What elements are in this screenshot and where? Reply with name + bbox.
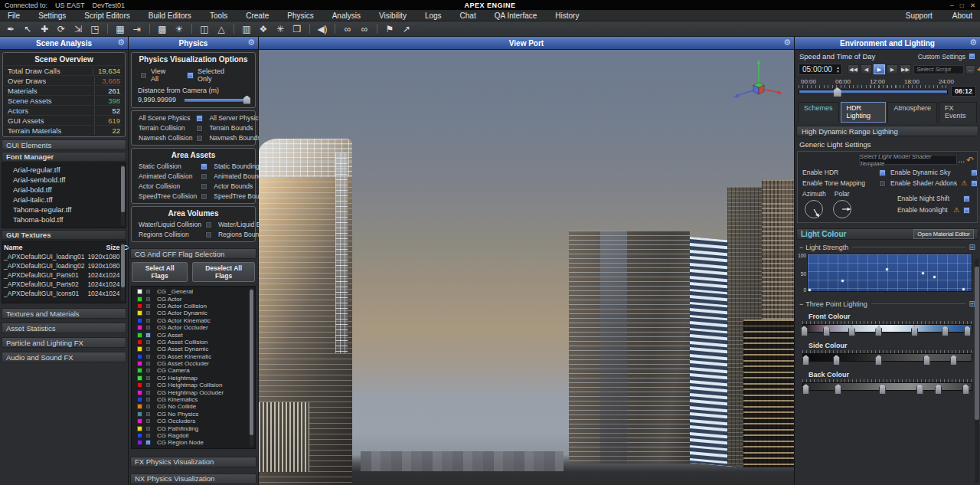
script-book-icon[interactable]: ❐ [289,23,305,35]
gradient-slider-bar[interactable] [802,382,972,391]
cg-flag-item[interactable]: CG Heightmap Occluder [132,388,255,395]
cg-flag-item[interactable]: CG Heightmap [132,375,255,382]
snap-grid-icon[interactable]: ▦ [112,23,129,35]
library-icon[interactable]: ▥ [238,23,255,35]
toggle-checkbox[interactable] [971,180,978,187]
menu-item-file[interactable]: File [8,11,20,20]
flag-checkbox[interactable] [145,303,151,309]
open-material-editor-button[interactable]: Open Material Editor [913,229,974,239]
cg-flag-item[interactable]: CG Camera [132,367,255,374]
menu-item-visibility[interactable]: Visibility [379,11,407,20]
cg-flag-item[interactable]: CG Asset Kinematic [132,353,255,360]
distance-slider-handle[interactable] [243,96,250,104]
flag-checkbox[interactable] [145,289,151,294]
flag-checkbox[interactable] [145,411,151,417]
font-list-item[interactable]: Arial-bold.tff [2,185,126,195]
flag-checkbox[interactable] [145,368,151,373]
flag-checkbox[interactable] [145,310,151,316]
section-fx-physics-visualization[interactable]: FX Physics Visualization [130,457,256,467]
hdr-section-bar[interactable]: High Dynamic Range Ligthing [796,126,978,136]
time-slider-handle[interactable] [834,87,841,97]
flag-checkbox[interactable] [145,404,151,409]
shader-browse-button[interactable]: ... [959,156,965,164]
select-script-dropdown[interactable]: Select Script [913,65,964,74]
cg-flag-item[interactable]: CG Actor Dynamic [132,310,255,316]
section-gui-elements[interactable]: GUI Elements [2,139,126,150]
flag-checkbox[interactable] [145,333,151,338]
toggle-checkbox[interactable] [205,221,212,228]
audio-icon[interactable]: ◀) [314,23,331,35]
shader-undo-icon[interactable]: ↶ [966,156,974,164]
walk-flag-icon[interactable]: ⚑ [381,23,398,35]
font-list-item[interactable]: Arial-italic.tff [2,195,126,205]
deselect-all-flags-button[interactable]: Deselect All Flags [192,262,255,282]
light-strength-header[interactable]: − Light Strength ⊞ [795,240,980,253]
flag-checkbox[interactable] [145,375,151,381]
three-point-lighting-header[interactable]: − Three Point Lighting ⊞ [795,292,980,310]
light-strength-graph[interactable]: 100500 [807,254,972,292]
unlink-icon[interactable]: ∞ [356,23,373,35]
flag-checkbox[interactable] [145,426,151,431]
gear-icon[interactable]: ⚙ [969,38,977,48]
flag-checkbox[interactable] [145,440,151,445]
toggle-checkbox[interactable] [205,231,212,238]
cg-flag-item[interactable]: CG Actor Collision [132,303,255,310]
walk-arrow-icon[interactable]: ↗ [398,23,415,35]
step-forward-button[interactable]: ▶ [887,64,898,74]
tab-schemes[interactable]: Schemes [798,102,839,123]
gear-icon[interactable]: ⚙ [117,38,125,48]
flag-checkbox[interactable] [145,418,151,424]
toggle-checkbox[interactable] [201,193,207,200]
gear-icon[interactable]: ⚙ [247,38,255,48]
fast-forward-button[interactable]: ▶▶ [900,64,911,74]
cg-flag-item[interactable]: CG Heightmap Collision [132,382,255,388]
toggle-checkbox[interactable] [196,115,203,122]
cg-flag-item[interactable]: CG No Collide [132,403,255,410]
menu-item-analysis[interactable]: Analysis [332,11,361,20]
section-cg-flags[interactable]: CG And CFF Flag Selection [130,248,256,259]
section-asset-statistics[interactable]: Asset Statistics [2,323,126,333]
menu-item-create[interactable]: Create [246,11,269,20]
cg-flag-item[interactable]: CG Ragdoll [132,432,255,439]
close-button[interactable]: ✕ [970,2,975,9]
flag-checkbox[interactable] [145,346,151,352]
package-icon[interactable]: ◫ [196,23,213,35]
flag-checkbox[interactable] [145,361,151,366]
view-all-checkbox[interactable] [140,72,147,79]
tab-hdr-lighting[interactable]: HDR Lighting [841,102,887,123]
cg-flag-item[interactable]: CG Actor Kinematic [132,317,255,324]
menu-item-qa-interface[interactable]: QA Interface [495,11,537,20]
polar-dial[interactable] [832,199,852,219]
menu-item-logs[interactable]: Logs [425,11,442,20]
rotate-tool-icon[interactable]: ⟳ [53,23,70,35]
toggle-checkbox[interactable] [201,183,207,190]
resize-tool-icon[interactable]: ◳ [87,23,103,35]
step-back-button[interactable]: ◀ [861,64,872,74]
section-particle-and-lighting-fx[interactable]: Particle and Lighting FX [2,337,126,348]
texture-list-scrollbar[interactable] [121,243,125,301]
scale-tool-icon[interactable]: ⇲ [70,23,87,35]
collapse-icon[interactable]: − [799,244,803,251]
font-list-item[interactable]: Arial-regular.tff [2,165,126,175]
flag-checkbox[interactable] [145,318,151,323]
time-of-day-field[interactable]: 05:00:00 ▲ ▼ [799,64,842,75]
flag-checkbox[interactable] [145,325,151,330]
distance-slider[interactable] [185,97,249,103]
maximize-button[interactable]: □ [960,2,964,9]
cg-flag-item[interactable]: CG Asset [132,331,255,338]
azimuth-dial[interactable] [804,199,824,219]
viewport-3d-scene[interactable] [259,50,794,485]
tab-atmosphere[interactable]: Atmosphere [887,102,937,123]
flag-checkbox[interactable] [145,390,151,395]
menu-item-tools[interactable]: Tools [210,11,227,20]
expand-icon[interactable]: ⊞ [969,243,975,251]
section-textures-and-materials[interactable]: Textures and Materials [2,308,126,319]
time-spin-down-icon[interactable]: ▼ [836,70,840,74]
cg-flag-item[interactable]: CG Asset Occluder [132,360,255,367]
tab-fx-events[interactable]: FX Events [939,102,977,123]
cg-flag-item[interactable]: CG _General [132,288,255,295]
script-browse-button[interactable]: ... [965,65,975,74]
flag-checkbox[interactable] [145,397,151,402]
cg-flag-item[interactable]: CG Region Node [132,439,255,446]
font-list-item[interactable]: Tahoma-bold.tff [2,215,126,224]
